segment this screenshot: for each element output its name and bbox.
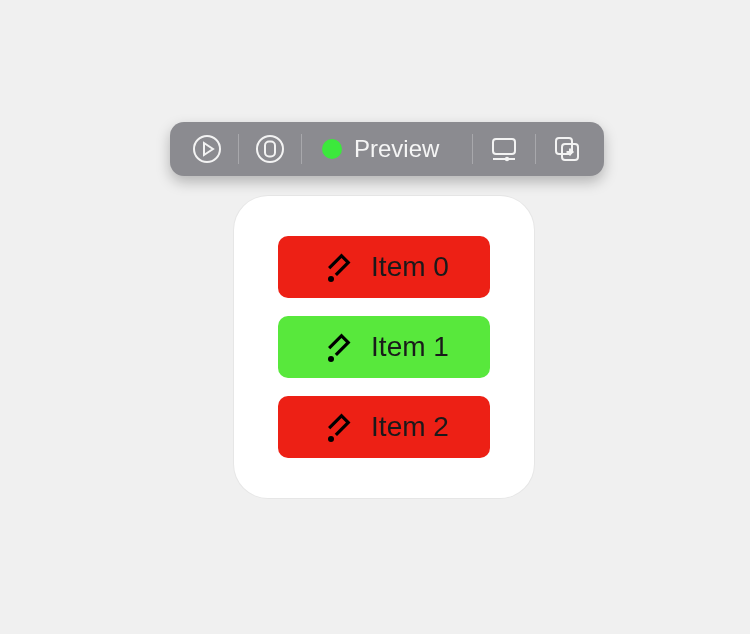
svg-rect-3 — [493, 139, 515, 154]
svg-point-10 — [328, 276, 334, 282]
preview-toolbar: Preview — [170, 122, 604, 176]
connect-device-button[interactable] — [479, 122, 529, 176]
play-icon — [192, 134, 222, 164]
svg-point-0 — [194, 136, 220, 162]
list-item-label: Item 2 — [371, 411, 449, 443]
list-item[interactable]: Item 0 — [278, 236, 490, 298]
ticket-icon — [319, 329, 355, 365]
toolbar-divider — [301, 134, 302, 164]
svg-point-11 — [328, 356, 334, 362]
svg-rect-2 — [265, 142, 275, 157]
preview-card: Item 0 Item 1 Item 2 — [234, 196, 534, 498]
preview-label: Preview — [354, 135, 439, 163]
toolbar-divider — [238, 134, 239, 164]
ticket-icon — [319, 249, 355, 285]
duplicate-add-icon — [552, 134, 582, 164]
list-item-label: Item 0 — [371, 251, 449, 283]
svg-point-12 — [328, 436, 334, 442]
toolbar-divider — [535, 134, 536, 164]
rounded-rect-icon — [255, 134, 285, 164]
duplicate-add-button[interactable] — [542, 122, 592, 176]
play-button[interactable] — [182, 122, 232, 176]
svg-point-1 — [257, 136, 283, 162]
list-item[interactable]: Item 2 — [278, 396, 490, 458]
svg-point-5 — [505, 157, 509, 161]
ticket-icon — [319, 409, 355, 445]
display-node-icon — [489, 134, 519, 164]
toolbar-divider — [472, 134, 473, 164]
device-button[interactable] — [245, 122, 295, 176]
list-item-label: Item 1 — [371, 331, 449, 363]
list-item[interactable]: Item 1 — [278, 316, 490, 378]
status-dot-icon — [322, 139, 342, 159]
preview-status[interactable]: Preview — [308, 122, 453, 176]
